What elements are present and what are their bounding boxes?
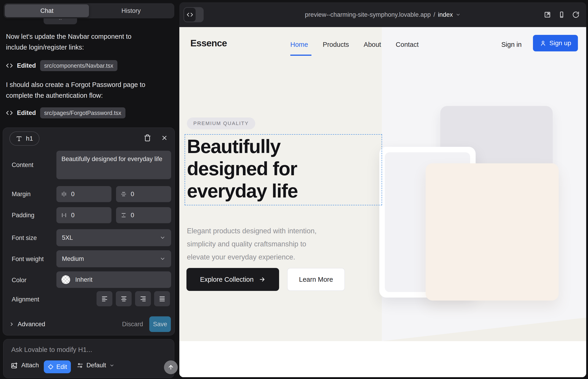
- code-icon: [6, 62, 13, 69]
- element-tag-label: h1: [26, 135, 33, 142]
- element-editor-panel: h1 Content Beautifully designed for ever…: [3, 127, 175, 335]
- target-icon: [48, 364, 54, 370]
- font-weight-select[interactable]: Medium: [56, 250, 171, 267]
- site-viewport: Essence Home Products About Contact Sign…: [179, 27, 586, 377]
- hero-description-line: elevate your everyday experience.: [187, 251, 316, 264]
- edit-mode-button[interactable]: Edit: [44, 360, 71, 373]
- discard-button[interactable]: Discard: [118, 317, 147, 332]
- site-nav: Home Products About Contact: [290, 40, 419, 49]
- image-plus-icon: [11, 362, 18, 369]
- chat-message-line: complete the authentication flow:: [6, 90, 170, 101]
- explore-collection-button[interactable]: Explore Collection: [186, 268, 279, 291]
- close-editor-button[interactable]: [159, 133, 170, 143]
- align-center-button[interactable]: [116, 291, 132, 306]
- padding-x-input[interactable]: 0: [56, 207, 111, 223]
- margin-x-value: 0: [71, 191, 75, 198]
- edited-file-row: Edited src/pages/ForgotPassword.tsx: [6, 107, 125, 118]
- chat-message: Now let's update the Navbar component to…: [6, 31, 170, 53]
- margin-label: Margin: [12, 190, 31, 199]
- preview-header-actions: [543, 2, 580, 27]
- attach-button[interactable]: Attach: [11, 362, 39, 369]
- padding-y-value: 0: [131, 212, 134, 219]
- chat-message-line: I should also create a Forgot Password p…: [6, 79, 170, 90]
- code-icon: [6, 110, 13, 116]
- nav-link-home[interactable]: Home: [290, 41, 308, 48]
- preview-domain: preview--charming-site-symphony.lovable.…: [305, 11, 431, 18]
- chevron-right-icon: [9, 321, 15, 327]
- chevron-down-icon: [160, 235, 166, 241]
- element-tag-pill[interactable]: h1: [9, 131, 39, 146]
- content-input[interactable]: Beautifully designed for everyday life: [56, 151, 171, 179]
- tab-chat[interactable]: Chat: [5, 4, 89, 17]
- edited-file-badge[interactable]: src/pages/ForgotPassword.tsx: [40, 107, 125, 118]
- hero-description-line: Elegant products designed with intention…: [187, 224, 316, 237]
- decorative-card-cream: [426, 163, 559, 300]
- next-section-background: [179, 341, 586, 377]
- margin-vertical-icon: [121, 191, 127, 197]
- delete-element-button[interactable]: [142, 133, 153, 143]
- save-button[interactable]: Save: [149, 316, 171, 332]
- advanced-toggle[interactable]: Advanced: [9, 317, 45, 332]
- margin-y-value: 0: [131, 191, 134, 198]
- align-left-button[interactable]: [96, 291, 112, 306]
- nav-link-contact[interactable]: Contact: [396, 41, 419, 48]
- default-label: Default: [86, 362, 106, 369]
- mobile-view-icon[interactable]: [558, 11, 566, 19]
- site-logo[interactable]: Essence: [190, 38, 227, 49]
- font-size-label: Font size: [12, 233, 37, 242]
- explore-collection-label: Explore Collection: [200, 276, 254, 283]
- send-button[interactable]: [164, 360, 178, 374]
- align-justify-button[interactable]: [154, 291, 170, 306]
- content-label: Content: [12, 160, 33, 170]
- arrow-right-icon: [259, 276, 265, 283]
- learn-more-button[interactable]: Learn More: [287, 268, 345, 291]
- edited-file-badge[interactable]: src/components/Navbar.tsx: [40, 60, 118, 71]
- code-icon: [187, 12, 193, 18]
- refresh-icon[interactable]: [572, 11, 580, 19]
- padding-vertical-icon: [121, 212, 127, 218]
- hero-description: Elegant products designed with intention…: [187, 224, 316, 264]
- font-size-value: 5XL: [62, 234, 73, 241]
- margin-y-input[interactable]: 0: [116, 186, 171, 202]
- margin-horizontal-icon: [61, 191, 67, 197]
- edited-label: Edited: [17, 62, 36, 69]
- user-icon: [540, 40, 546, 46]
- padding-y-input[interactable]: 0: [116, 207, 171, 223]
- color-value: Inherit: [75, 276, 93, 283]
- edited-file-row: Edited src/components/Navbar.tsx: [6, 60, 117, 71]
- chat-message-line: include login/register links:: [6, 42, 170, 53]
- padding-x-value: 0: [71, 212, 75, 219]
- chat-message: I should also create a Forgot Password p…: [6, 79, 170, 101]
- nav-link-about[interactable]: About: [364, 41, 381, 48]
- preview-pane: preview--charming-site-symphony.lovable.…: [179, 2, 586, 377]
- sign-in-link[interactable]: Sign in: [501, 40, 522, 49]
- model-default-button[interactable]: Default: [77, 362, 114, 369]
- font-weight-value: Medium: [62, 255, 84, 262]
- code-view-button[interactable]: [184, 8, 196, 22]
- clipped-badge: ..: [44, 18, 77, 24]
- tab-history[interactable]: History: [89, 4, 173, 17]
- font-size-select[interactable]: 5XL: [56, 229, 171, 246]
- url-separator: /: [433, 11, 435, 18]
- prompt-input[interactable]: [11, 346, 163, 354]
- sign-up-label: Sign up: [549, 39, 571, 47]
- attach-label: Attach: [21, 362, 39, 369]
- color-label: Color: [12, 276, 27, 285]
- padding-horizontal-icon: [61, 212, 67, 218]
- lovable-app: Chat History .. Now let's update the Nav…: [0, 0, 588, 379]
- color-picker-field[interactable]: Inherit: [56, 271, 171, 288]
- chat-message-line: Now let's update the Navbar component to: [6, 31, 170, 42]
- margin-x-input[interactable]: 0: [56, 186, 111, 202]
- preview-page: index: [438, 11, 453, 18]
- font-weight-label: Font weight: [12, 254, 44, 264]
- arrow-up-icon: [168, 364, 174, 371]
- sign-up-button[interactable]: Sign up: [533, 35, 578, 51]
- chevron-down-icon: [455, 12, 461, 17]
- hero-description-line: simplicity and quality craftsmanship to: [187, 237, 316, 251]
- type-icon: [16, 135, 22, 142]
- edit-label: Edit: [56, 363, 67, 371]
- align-right-button[interactable]: [135, 291, 151, 306]
- nav-link-products[interactable]: Products: [323, 41, 349, 48]
- open-external-icon[interactable]: [543, 11, 551, 19]
- preview-url-bar[interactable]: preview--charming-site-symphony.lovable.…: [305, 2, 461, 27]
